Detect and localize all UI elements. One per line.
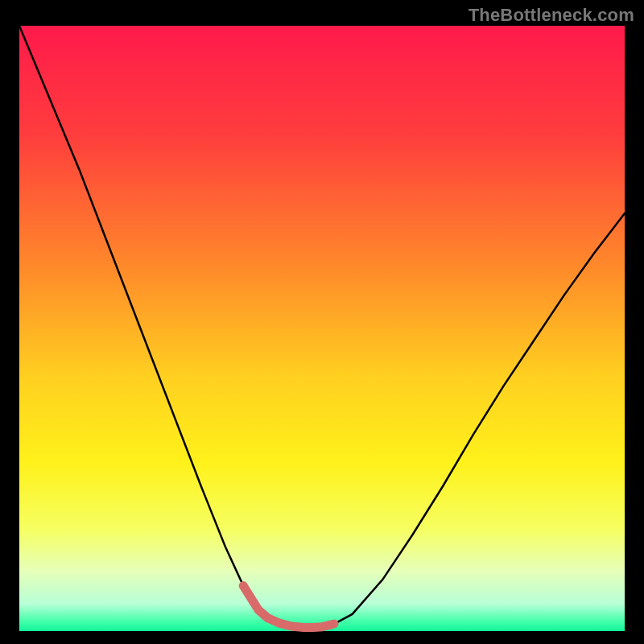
watermark-text: TheBottleneck.com	[469, 5, 634, 26]
bottleneck-chart	[0, 0, 644, 644]
plot-background	[19, 26, 625, 631]
chart-stage: TheBottleneck.com	[0, 0, 644, 644]
